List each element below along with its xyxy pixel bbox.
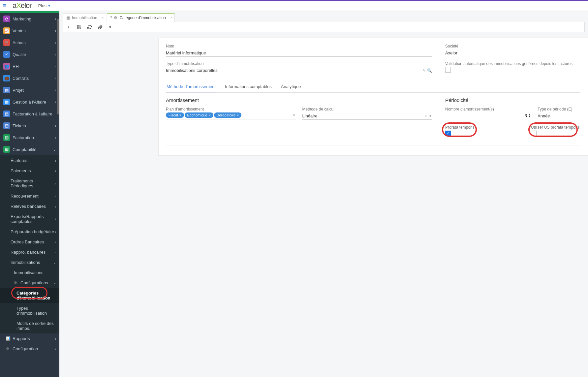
menu-toggle-icon[interactable]: ≡ bbox=[0, 2, 9, 9]
checkbox-us-prorata[interactable] bbox=[531, 131, 537, 136]
field-label-nbamort: Nombre d'amortissement(s) bbox=[445, 107, 531, 111]
chevron-left-icon: ‹ bbox=[55, 240, 56, 244]
sidebar-item-budget[interactable]: Préparation budgétaire‹ bbox=[0, 227, 59, 237]
chevron-left-icon: ‹ bbox=[55, 204, 56, 208]
sidebar-item-traitements[interactable]: Traitements Périodiques‹ bbox=[0, 176, 59, 191]
tag-fiscal[interactable]: Fiscal× bbox=[166, 112, 184, 118]
tag-economique[interactable]: Economique× bbox=[185, 112, 213, 118]
sidebar-item-ordres[interactable]: Ordres Bancaires‹ bbox=[0, 237, 59, 247]
field-label-societe: Société bbox=[445, 44, 580, 48]
gear-icon: ⚙ bbox=[6, 347, 11, 351]
sidebar-item-facturation-affaire[interactable]: ▤ Facturation à l'affaire bbox=[0, 108, 59, 120]
tab-analytique[interactable]: Analytique bbox=[280, 81, 302, 92]
form-card: Nom Matériel informatique Type d'immobil… bbox=[158, 38, 588, 156]
chevron-left-icon: ‹ bbox=[55, 230, 56, 234]
sidebar-item-categories-immob[interactable]: Catégories d'immobilisation bbox=[0, 288, 59, 303]
sidebar-item-achats[interactable]: 🛒 Achats ‹ bbox=[0, 37, 59, 48]
more-menu[interactable]: ▼ bbox=[108, 25, 112, 29]
sidebar-item-types-immob[interactable]: Types d'immobilisation bbox=[0, 303, 59, 318]
close-icon[interactable]: × bbox=[209, 113, 211, 117]
tab-methode-amort[interactable]: Méthode d'amortissement bbox=[166, 81, 216, 92]
close-icon[interactable]: × bbox=[170, 16, 172, 19]
sidebar-item-immob-link[interactable]: Immobilisations bbox=[0, 267, 59, 278]
sidebar-item-immobilisations[interactable]: Immobilisations⌄ bbox=[0, 257, 59, 267]
toolbar: ＋ ▼ bbox=[63, 22, 585, 32]
company-value: Axelor bbox=[445, 49, 580, 57]
logo[interactable]: aXelor bbox=[9, 1, 35, 10]
checkbox-prorata[interactable]: ✓ bbox=[445, 131, 451, 136]
calc-field[interactable]: Linéaire × ▼ bbox=[302, 112, 432, 120]
sidebar-item-rapports[interactable]: 📊 Rapports ‹ bbox=[0, 333, 59, 344]
chevron-left-icon: ‹ bbox=[55, 337, 56, 341]
close-icon[interactable]: × bbox=[425, 114, 427, 118]
chevron-left-icon: ‹ bbox=[55, 100, 56, 104]
chevron-left-icon: ‹ bbox=[55, 124, 56, 128]
tag-derogatoire[interactable]: Dérogatoire× bbox=[214, 112, 241, 118]
divider bbox=[166, 145, 580, 145]
chevron-left-icon: ‹ bbox=[55, 159, 56, 163]
field-label-usprorata: Utiliser US prorata temporis bbox=[531, 125, 580, 130]
edit-icon[interactable]: ✎ bbox=[422, 68, 426, 73]
sidebar-item-marketing[interactable]: ◔ Marketing ‹ bbox=[0, 13, 59, 25]
chevron-down-icon: ▼ bbox=[47, 4, 51, 8]
sales-icon: 📈 bbox=[3, 27, 10, 34]
tab-infos-comptables[interactable]: Informations comptables bbox=[224, 81, 272, 92]
checkbox-autovalid[interactable] bbox=[445, 67, 451, 73]
nbamort-input[interactable] bbox=[445, 113, 527, 118]
save-button[interactable] bbox=[77, 25, 81, 29]
sidebar-item-comptabilite[interactable]: ▦ Comptabilité ⌄ bbox=[0, 143, 59, 155]
sidebar-item-projet[interactable]: ▤ Projet ‹ bbox=[0, 84, 59, 96]
inner-tabs: Méthode d'amortissement Informations com… bbox=[166, 81, 580, 93]
name-field[interactable]: Matériel informatique bbox=[166, 49, 432, 57]
accounting-icon: ▦ bbox=[3, 146, 10, 153]
sidebar-item-configuration[interactable]: ⚙ Configuration ‹ bbox=[0, 344, 59, 354]
sidebar-item-contrats[interactable]: 💼 Contrats ‹ bbox=[0, 72, 59, 84]
marketing-icon: ◔ bbox=[3, 16, 10, 22]
sidebar-item-rappro[interactable]: Rappro. bancaires‹ bbox=[0, 247, 59, 257]
sidebar-item-releves[interactable]: Relevés bancaires‹ bbox=[0, 201, 59, 211]
sidebar-item-tickets[interactable]: ▤ Tickets ‹ bbox=[0, 120, 59, 132]
tab-immobilisation[interactable]: ▦ Immobilisation × bbox=[63, 13, 106, 22]
sidebar-item-facturation[interactable]: ▤ Facturation ‹ bbox=[0, 132, 59, 143]
sidebar-item-gestion-affaire[interactable]: ▦ Gestion à l'Affaire ‹ bbox=[0, 96, 59, 108]
invoice-icon: ▤ bbox=[3, 134, 10, 141]
ticket-icon: ▤ bbox=[3, 122, 10, 129]
sidebar-item-qualite[interactable]: ✓ Qualité ‹ bbox=[0, 48, 59, 60]
chevron-left-icon: ‹ bbox=[55, 347, 56, 351]
field-label-calc: Méthode de calcul bbox=[302, 107, 432, 111]
chevron-down-icon[interactable]: ▼ bbox=[429, 114, 432, 118]
nbamort-field[interactable]: ▲▼ bbox=[445, 112, 531, 119]
sidebar-item-configurations[interactable]: ⚙ Configurations ⌄ bbox=[0, 278, 59, 288]
field-label-plan: Plan d'amortissement bbox=[166, 107, 296, 111]
sidebar-item-exports[interactable]: Exports/Rapports comptables‹ bbox=[0, 211, 59, 227]
refresh-button[interactable] bbox=[87, 25, 92, 29]
project-icon: ▤ bbox=[3, 87, 10, 93]
plus-menu[interactable]: Plus▼ bbox=[38, 3, 51, 8]
search-icon[interactable]: 🔍 bbox=[427, 68, 432, 73]
chevron-left-icon: ‹ bbox=[55, 136, 56, 140]
field-label-autovalid: Validation automatique des immobilisatio… bbox=[445, 61, 580, 66]
chevron-left-icon: ‹ bbox=[55, 64, 56, 68]
chevron-down-icon[interactable]: ▼ bbox=[293, 113, 296, 117]
chevron-left-icon: ‹ bbox=[55, 88, 56, 92]
tab-categorie-immob[interactable]: * ⚙ Catégorie d'immobilisation × bbox=[107, 13, 175, 22]
chevron-down-icon: ⌄ bbox=[53, 147, 56, 152]
close-icon[interactable]: × bbox=[179, 113, 181, 117]
sidebar-item-motifs-sortie[interactable]: Motifs de sortie des immos. bbox=[0, 318, 59, 333]
close-icon[interactable]: × bbox=[237, 113, 239, 117]
sidebar-item-rh[interactable]: 👥 RH ‹ bbox=[0, 60, 59, 72]
sidebar-item-ecritures[interactable]: Écritures‹ bbox=[0, 155, 59, 166]
sidebar-item-recouvrement[interactable]: Recouvrement‹ bbox=[0, 191, 59, 201]
sidebar-item-ventes[interactable]: 📈 Ventes ‹ bbox=[0, 25, 59, 37]
field-label-nom: Nom bbox=[166, 44, 432, 48]
type-field[interactable]: Immobilisations corporelles ✎ 🔍 bbox=[166, 67, 432, 74]
sidebar-scrollbar[interactable] bbox=[57, 11, 59, 377]
close-icon[interactable]: × bbox=[102, 16, 104, 19]
spinner-icon[interactable]: ▲▼ bbox=[528, 114, 531, 118]
plan-field[interactable]: Fiscal× Economique× Dérogatoire× ▼ bbox=[166, 112, 296, 119]
new-button[interactable]: ＋ bbox=[66, 24, 71, 30]
chevron-down-icon: ⌄ bbox=[53, 260, 56, 265]
sidebar-item-paiements[interactable]: Paiements‹ bbox=[0, 166, 59, 176]
attach-button[interactable] bbox=[98, 25, 103, 29]
chart-icon: 📊 bbox=[6, 336, 11, 341]
